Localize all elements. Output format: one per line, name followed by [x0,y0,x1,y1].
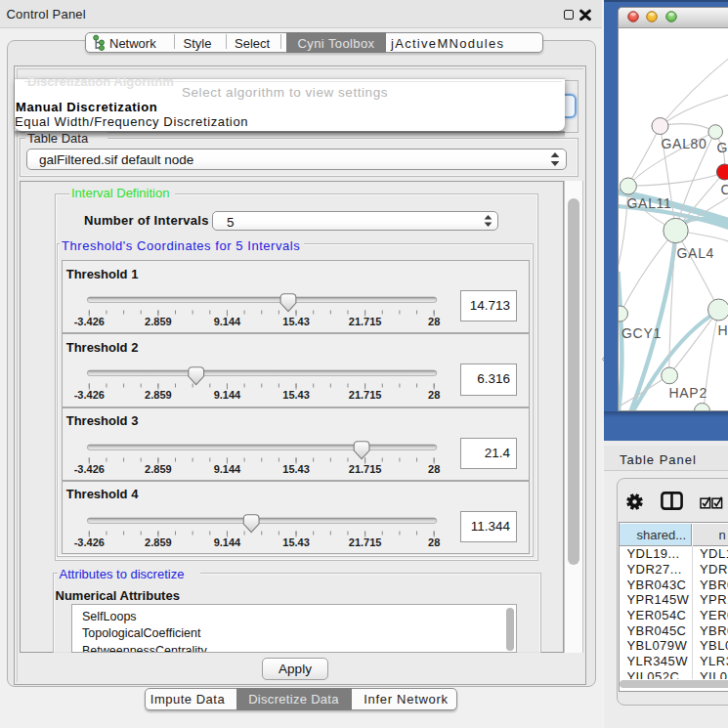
svg-text:28: 28 [428,316,440,327]
svg-text:2.859: 2.859 [145,316,172,327]
svg-text:9.144: 9.144 [213,462,240,474]
svg-text:GAL4: GAL4 [676,245,714,261]
svg-text:2.859: 2.859 [145,389,172,401]
svg-text:-3.426: -3.426 [73,389,104,401]
svg-text:-3.426: -3.426 [73,316,104,327]
svg-text:9.144: 9.144 [213,316,240,327]
svg-text:GAL11: GAL11 [626,195,671,211]
svg-text:15.43: 15.43 [282,462,310,474]
svg-text:9.144: 9.144 [213,535,240,547]
svg-text:-3.426: -3.426 [73,462,104,474]
svg-text:-3.426: -3.426 [73,535,104,547]
svg-text:21.715: 21.715 [348,535,381,547]
svg-text:15.43: 15.43 [282,316,310,327]
svg-text:2.859: 2.859 [145,462,172,474]
svg-text:21.715: 21.715 [348,316,381,327]
svg-text:9.144: 9.144 [213,389,240,401]
svg-text:21.715: 21.715 [348,462,381,474]
svg-text:H: H [717,322,728,338]
svg-text:GAL80: GAL80 [661,136,707,151]
svg-text:15.43: 15.43 [282,389,310,401]
svg-text:15.43: 15.43 [282,535,310,547]
svg-text:GCY1: GCY1 [621,325,662,341]
svg-text:28: 28 [428,462,440,474]
svg-text:28: 28 [428,535,440,547]
svg-text:C: C [720,182,728,197]
svg-text:21.715: 21.715 [348,389,381,401]
svg-text:2.859: 2.859 [145,535,172,547]
svg-text:28: 28 [428,389,440,401]
svg-text:HAP2: HAP2 [668,385,707,401]
svg-text:G.: G. [716,140,728,155]
